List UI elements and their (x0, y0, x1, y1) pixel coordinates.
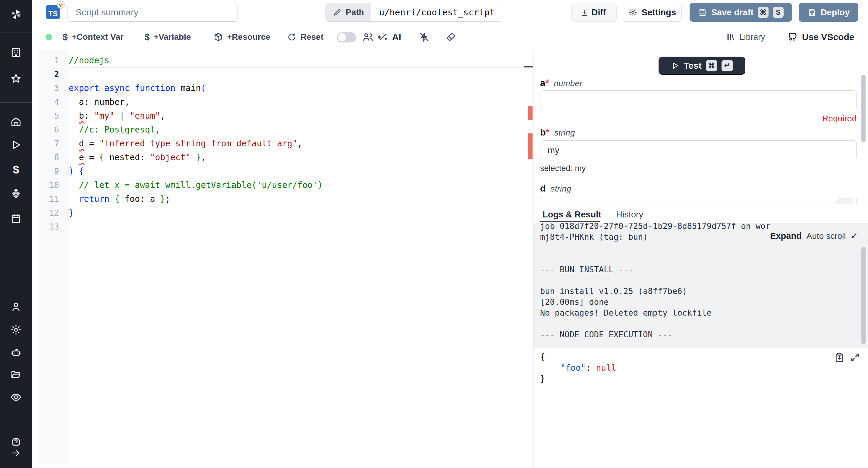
tab-history[interactable]: History (616, 210, 643, 220)
plus-minus-icon: ± (582, 7, 587, 18)
pencil-icon (333, 8, 341, 16)
line-number: 8 (38, 151, 69, 164)
code-line[interactable]: // let x = await wmill.getVariable('u/us… (69, 178, 523, 192)
field-d-clipped (539, 196, 858, 204)
dollar-icon: $ (63, 32, 68, 42)
code-line[interactable]: b: "my" | "enum", (69, 109, 523, 123)
reset-icon (287, 32, 297, 42)
code-line[interactable]: e = { nested: "object" }, (69, 151, 523, 164)
emoji-badge (56, 0, 66, 10)
tab-logs-result[interactable]: Logs & Result (542, 210, 601, 220)
add-context-var-button[interactable]: $ +Context Var (63, 25, 124, 49)
code-line[interactable] (69, 220, 523, 234)
logs-scrollbar[interactable] (861, 247, 866, 344)
assistant-off-button[interactable] (419, 25, 430, 49)
path-control[interactable]: Path u/henri/coolest_script (326, 3, 503, 22)
test-button[interactable]: Test ⌘ ↵ (658, 57, 745, 75)
field-a-input[interactable] (540, 90, 857, 110)
collapse-arrow-icon[interactable] (9, 447, 23, 458)
log-controls: Expand Auto scroll ✓ (770, 231, 858, 241)
autoscroll-label[interactable]: Auto scroll (807, 231, 846, 241)
log-line: bun install v1.0.25 (a8ff7be6) (540, 286, 868, 297)
sidebar-item-user[interactable] (9, 300, 23, 313)
expand-button[interactable]: Expand (770, 231, 802, 241)
deploy-button[interactable]: Deploy (799, 3, 858, 22)
play-icon (671, 61, 679, 70)
package-icon (213, 32, 223, 42)
code-line[interactable]: d = "inferred type string from default a… (69, 137, 523, 151)
paintbrush-icon (445, 32, 456, 42)
field-b-input[interactable] (540, 140, 857, 160)
log-line: [20.00ms] done (540, 297, 868, 307)
status-dot (45, 34, 52, 40)
copy-result-icon[interactable] (834, 353, 844, 363)
code-line[interactable]: export async function main( (69, 81, 523, 95)
code-line[interactable]: return { foo: a }; (69, 192, 523, 206)
code-line[interactable] (69, 67, 523, 81)
code-line[interactable]: //c: Postgresql, (69, 123, 523, 137)
settings-button[interactable]: Settings (623, 3, 682, 22)
panel-horizontal-divider[interactable] (533, 204, 868, 204)
help-icon[interactable] (9, 436, 23, 448)
line-number: 6 (38, 123, 69, 137)
line-number: 2 (38, 67, 69, 81)
mode-toggle[interactable] (337, 32, 356, 42)
save-draft-button[interactable]: Save draft ⌘ S (689, 3, 792, 22)
ai-button[interactable]: AI (377, 25, 401, 49)
users-button[interactable] (362, 25, 373, 49)
save-icon (698, 8, 707, 17)
add-variable-button[interactable]: $ +Variable (145, 25, 191, 49)
add-resource-button[interactable]: +Resource (213, 25, 270, 49)
code-line[interactable]: //nodejs (69, 54, 523, 67)
sidebar: $ (0, 0, 32, 468)
windmill-logo-icon[interactable] (9, 8, 23, 21)
use-vscode-button[interactable]: Use VScode (787, 25, 854, 49)
code-line[interactable]: } (69, 206, 523, 220)
save-icon (807, 8, 816, 17)
script-summary-input[interactable] (67, 3, 238, 22)
field-d-input[interactable] (540, 196, 857, 204)
library-button[interactable]: Library (725, 25, 765, 49)
line-number: 3 (38, 81, 69, 95)
lightning-off-icon (419, 32, 430, 42)
editor-code[interactable]: //nodejsexport async function main( a: n… (69, 54, 523, 234)
sidebar-item-settings[interactable] (9, 323, 23, 336)
path-edit-button[interactable]: Path (326, 3, 371, 22)
code-line[interactable]: a: number, (69, 95, 523, 109)
editor-toolbar: $ +Context Var $ +Variable +Resource Res… (32, 25, 868, 49)
overview-ruler-cursor (524, 66, 533, 67)
github-icon (787, 32, 798, 42)
path-label: Path (346, 7, 364, 17)
toggle-knob (338, 33, 346, 41)
sidebar-item-runs[interactable] (9, 138, 23, 152)
format-button[interactable] (445, 25, 456, 49)
editor-gutter: 12345678910111213 (38, 54, 69, 234)
sidebar-item-schedules[interactable] (9, 212, 23, 225)
sidebar-item-workspace[interactable] (9, 46, 23, 59)
reset-button[interactable]: Reset (287, 25, 323, 49)
log-line: job 018d7f20-27f0-725d-1b29-8d85179d757f… (540, 223, 868, 232)
form-scrollbar[interactable] (861, 75, 866, 142)
sidebar-item-home[interactable] (9, 115, 23, 128)
field-d-mini-button[interactable] (837, 198, 853, 204)
line-number: 5 (38, 109, 69, 123)
active-tab-underline (540, 221, 600, 222)
topbar: TS Path u/henri/coolest_script ± Diff Se… (32, 0, 868, 25)
sidebar-item-variables[interactable]: $ (9, 163, 23, 176)
diff-button[interactable]: ± Diff (571, 3, 617, 22)
line-number: 13 (38, 220, 69, 234)
field-d-label: d string (540, 183, 571, 195)
sidebar-item-folders[interactable] (9, 368, 23, 381)
expand-result-icon[interactable] (850, 353, 860, 363)
sidebar-item-audit[interactable] (9, 391, 23, 404)
sidebar-item-resources[interactable] (9, 187, 23, 200)
overview-ruler-error-mark (528, 106, 532, 120)
cmd-key-badge: ⌘ (706, 60, 717, 71)
sidebar-item-favorites[interactable] (9, 72, 23, 85)
code-line[interactable]: ) { (69, 164, 523, 178)
field-b-hint: selected: my (540, 164, 586, 173)
sidebar-item-workers[interactable] (9, 346, 23, 359)
path-value: u/henri/coolest_script (371, 3, 503, 22)
s-key-badge: S (773, 7, 784, 18)
autoscroll-checkmark[interactable]: ✓ (851, 231, 858, 241)
